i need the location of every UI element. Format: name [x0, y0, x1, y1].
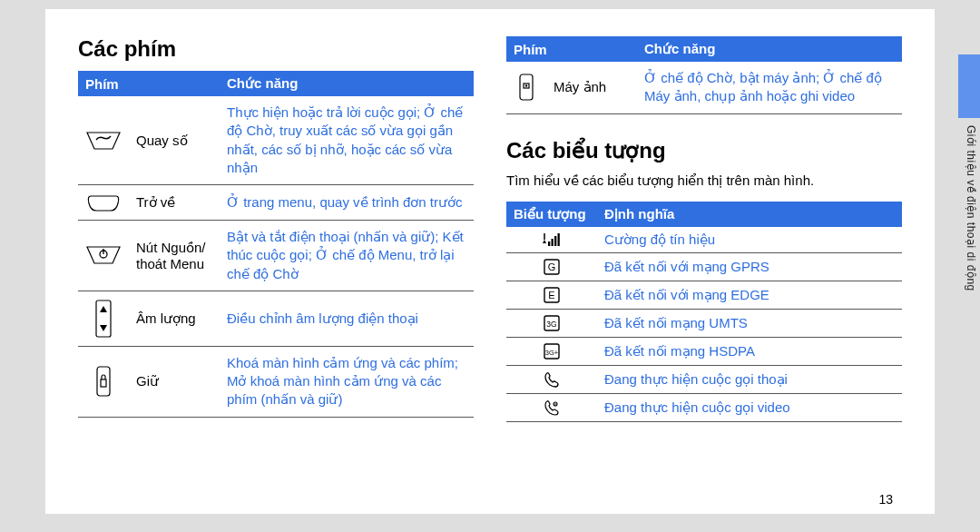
icon-def: Đã kết nối mạng UMTS: [597, 309, 902, 337]
svg-marker-11: [543, 240, 546, 243]
dial-key-icon: [78, 96, 129, 185]
key-label: Giữ: [129, 346, 220, 417]
th-def: Định nghĩa: [597, 202, 902, 227]
svg-rect-12: [548, 241, 550, 246]
power-key-icon: [78, 221, 129, 291]
table-row: Đang thực hiện cuộc gọi video: [506, 393, 902, 421]
hsdpa-icon: 3G+: [506, 337, 597, 365]
svg-rect-13: [552, 239, 554, 246]
hold-key-icon: [78, 346, 129, 417]
table-row: Cường độ tín hiệu: [506, 227, 902, 253]
icons-heading: Các biểu tượng: [506, 138, 902, 163]
svg-text:E: E: [548, 290, 554, 300]
volume-key-icon: [78, 291, 129, 346]
table-row: 3G Đã kết nối mạng UMTS: [506, 309, 902, 337]
icons-table: Biểu tượng Định nghĩa Cường độ tín hiệu …: [506, 202, 902, 422]
table-row: 3G+ Đã kết nối mạng HSDPA: [506, 337, 902, 365]
page-number: 13: [878, 492, 893, 507]
key-func: Bật và tắt điện thoại (nhấn và giữ); Kết…: [220, 221, 474, 291]
table-row: Đang thực hiện cuộc gọi thoại: [506, 365, 902, 393]
svg-rect-7: [520, 74, 533, 100]
key-label: Máy ảnh: [546, 62, 637, 113]
table-row: Trở về Ở trang menu, quay về trình đơn t…: [78, 185, 474, 221]
key-label: Trở về: [129, 185, 220, 221]
camera-key-icon: [506, 62, 546, 113]
svg-rect-15: [558, 233, 560, 246]
keys-table: Phím Chức năng Quay số Thực hiện hoặc tr…: [78, 71, 474, 418]
umts-icon: 3G: [506, 309, 597, 337]
svg-rect-5: [97, 367, 110, 396]
table-row: Giữ Khoá màn hình cảm ứng và các phím; M…: [78, 346, 474, 417]
key-func: Thực hiện hoặc trả lời cuộc gọi; Ở chế đ…: [220, 96, 474, 185]
signal-strength-icon: [506, 227, 597, 253]
svg-point-25: [554, 403, 556, 405]
section-tab: [958, 54, 980, 118]
voice-call-icon: [506, 365, 597, 393]
table-row: Âm lượng Điều chỉnh âm lượng điện thoại: [78, 291, 474, 346]
icon-def: Cường độ tín hiệu: [597, 227, 902, 253]
video-call-icon: [506, 393, 597, 421]
document-page: Các phím Phím Chức năng Quay số Thực hiệ…: [45, 9, 935, 514]
keys-table-right: Phím Chức năng Máy ảnh Ở chế độ Chờ, bật…: [506, 36, 902, 114]
key-func: Điều chỉnh âm lượng điện thoại: [220, 291, 474, 346]
table-row: Nút Nguồn/ thoát Menu Bật và tắt điện th…: [78, 221, 474, 291]
th-icon: Biểu tượng: [506, 202, 597, 227]
th-func: Chức năng: [637, 36, 902, 62]
svg-text:G: G: [548, 261, 556, 272]
table-row: E Đã kết nối với mạng EDGE: [506, 281, 902, 309]
left-column: Các phím Phím Chức năng Quay số Thực hiệ…: [78, 36, 474, 496]
keys-heading: Các phím: [78, 36, 474, 62]
gprs-icon: G: [506, 252, 597, 281]
icon-def: Đã kết nối với mạng EDGE: [597, 281, 902, 309]
svg-rect-14: [554, 236, 556, 246]
back-key-icon: [78, 185, 129, 221]
table-row: Quay số Thực hiện hoặc trả lời cuộc gọi;…: [78, 96, 474, 185]
key-func: Ở trang menu, quay về trình đơn trước: [220, 185, 474, 221]
edge-icon: E: [506, 281, 597, 309]
table-row: Máy ảnh Ở chế độ Chờ, bật máy ảnh; Ở chế…: [506, 62, 902, 113]
key-func: Khoá màn hình cảm ứng và các phím; Mở kh…: [220, 346, 474, 417]
th-func: Chức năng: [220, 71, 474, 96]
svg-point-9: [525, 85, 527, 87]
key-label: Nút Nguồn/ thoát Menu: [129, 221, 220, 291]
key-func: Ở chế độ Chờ, bật máy ảnh; Ở chế độ Máy …: [637, 62, 902, 113]
icons-desc: Tìm hiểu về các biểu tượng hiển thị trên…: [506, 172, 902, 189]
key-label: Âm lượng: [129, 291, 220, 346]
key-label: Quay số: [129, 96, 220, 185]
table-row: G Đã kết nối với mạng GPRS: [506, 252, 902, 281]
right-column: Phím Chức năng Máy ảnh Ở chế độ Chờ, bật…: [506, 36, 902, 496]
icon-def: Đã kết nối với mạng GPRS: [597, 252, 902, 281]
section-side-label: Giới thiệu về điện thoại di động: [965, 125, 977, 291]
svg-text:3G+: 3G+: [545, 348, 559, 356]
th-key: Phím: [78, 71, 220, 96]
icon-def: Đang thực hiện cuộc gọi thoại: [597, 365, 902, 393]
svg-text:3G: 3G: [546, 320, 556, 329]
th-key: Phím: [506, 36, 637, 62]
icon-def: Đang thực hiện cuộc gọi video: [597, 393, 902, 421]
icon-def: Đã kết nối mạng HSDPA: [597, 337, 902, 365]
